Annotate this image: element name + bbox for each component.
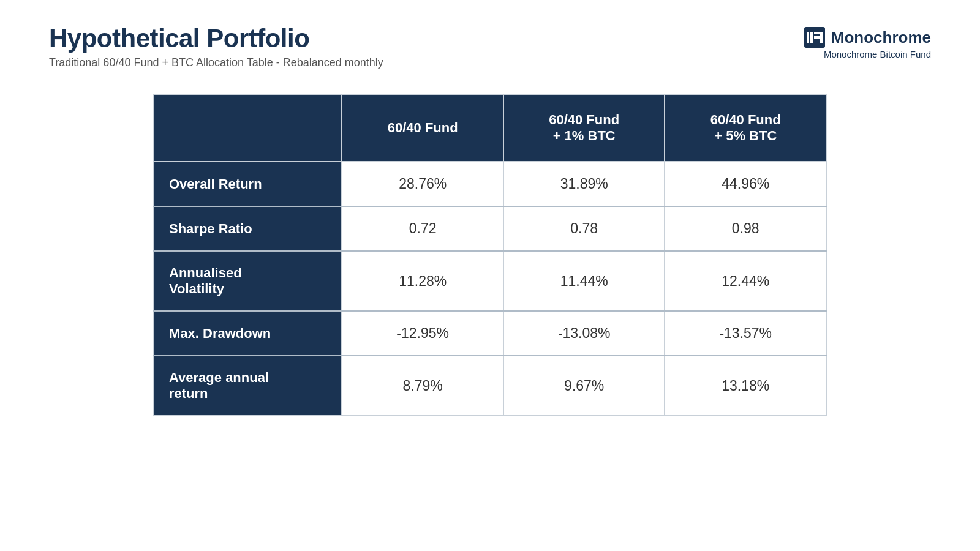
portfolio-table: 60/40 Fund 60/40 Fund+ 1% BTC 60/40 Fund… — [153, 94, 827, 416]
logo-top: Monochrome — [804, 27, 931, 48]
table-row: Max. Drawdown-12.95%-13.08%-13.57% — [154, 311, 826, 356]
cell-6040-2: 11.28% — [342, 251, 503, 311]
cell-6040-1: 0.72 — [342, 206, 503, 251]
table-row: Sharpe Ratio0.720.780.98 — [154, 206, 826, 251]
title-block: Hypothetical Portfolio Traditional 60/40… — [49, 24, 383, 69]
cell-6040-0: 28.76% — [342, 162, 503, 206]
cell-5btc-2: 12.44% — [665, 251, 826, 311]
table-wrapper: 60/40 Fund 60/40 Fund+ 1% BTC 60/40 Fund… — [153, 94, 827, 416]
cell-5btc-0: 44.96% — [665, 162, 826, 206]
subtitle: Traditional 60/40 Fund + BTC Allocation … — [49, 56, 383, 69]
cell-1btc-0: 31.89% — [503, 162, 665, 206]
cell-1btc-1: 0.78 — [503, 206, 665, 251]
monochrome-logo-icon — [804, 27, 825, 48]
cell-1btc-4: 9.67% — [503, 356, 665, 416]
table-row: AnnualisedVolatility11.28%11.44%12.44% — [154, 251, 826, 311]
logo-block: Monochrome Monochrome Bitcoin Fund — [804, 27, 931, 59]
cell-5btc-4: 13.18% — [665, 356, 826, 416]
col-header-6040: 60/40 Fund — [342, 94, 503, 162]
svg-rect-1 — [807, 32, 809, 43]
col-header-1btc: 60/40 Fund+ 1% BTC — [503, 94, 665, 162]
logo-subtitle: Monochrome Bitcoin Fund — [824, 49, 931, 59]
svg-rect-5 — [820, 32, 823, 43]
row-label-1: Sharpe Ratio — [154, 206, 342, 251]
cell-5btc-3: -13.57% — [665, 311, 826, 356]
page-container: Hypothetical Portfolio Traditional 60/40… — [0, 0, 980, 551]
col-header-metric — [154, 94, 342, 162]
row-label-2: AnnualisedVolatility — [154, 251, 342, 311]
row-label-4: Average annualreturn — [154, 356, 342, 416]
table-header-row: 60/40 Fund 60/40 Fund+ 1% BTC 60/40 Fund… — [154, 94, 826, 162]
table-row: Average annualreturn8.79%9.67%13.18% — [154, 356, 826, 416]
cell-1btc-3: -13.08% — [503, 311, 665, 356]
logo-name: Monochrome — [831, 28, 931, 47]
header: Hypothetical Portfolio Traditional 60/40… — [49, 24, 931, 69]
svg-rect-2 — [810, 32, 813, 43]
main-title: Hypothetical Portfolio — [49, 24, 383, 53]
col-header-5btc: 60/40 Fund+ 5% BTC — [665, 94, 826, 162]
row-label-3: Max. Drawdown — [154, 311, 342, 356]
table-body: Overall Return28.76%31.89%44.96%Sharpe R… — [154, 162, 826, 416]
cell-1btc-2: 11.44% — [503, 251, 665, 311]
cell-5btc-1: 0.98 — [665, 206, 826, 251]
cell-6040-4: 8.79% — [342, 356, 503, 416]
row-label-0: Overall Return — [154, 162, 342, 206]
table-row: Overall Return28.76%31.89%44.96% — [154, 162, 826, 206]
cell-6040-3: -12.95% — [342, 311, 503, 356]
